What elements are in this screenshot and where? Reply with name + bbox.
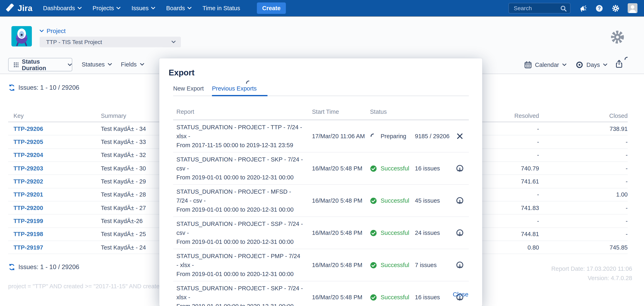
jira-logo-icon — [6, 3, 15, 13]
export-report-name: STATUS_DURATION - PROJECT - TTP - 7/24 -… — [173, 120, 312, 152]
chevron-down-icon — [116, 7, 120, 9]
column-header-closed[interactable]: Closed — [539, 112, 628, 119]
chevron-down-icon — [562, 64, 566, 66]
issue-closed-value: - — [539, 139, 628, 145]
download-export-button[interactable] — [456, 229, 464, 237]
column-header-report: Report — [173, 109, 312, 115]
chevron-down-icon — [603, 64, 607, 66]
status-duration-dropdown[interactable]: Status Duration — [8, 58, 72, 71]
nav-item-projects[interactable]: Projects — [92, 5, 120, 11]
download-export-button[interactable] — [456, 261, 464, 269]
nav-item-time-in-status[interactable]: Time in Status — [202, 5, 240, 11]
issue-key-link[interactable]: TTP-29202 — [8, 178, 101, 185]
check-circle-icon — [370, 197, 377, 204]
export-table-body: STATUS_DURATION - PROJECT - TTP - 7/24 -… — [173, 120, 469, 306]
issue-key-link[interactable]: TTP-29197 — [8, 244, 101, 251]
export-status: Preparing 9185 / 29206 — [370, 133, 451, 140]
chevron-down-icon — [78, 7, 82, 9]
download-export-button[interactable] — [456, 196, 464, 205]
issues-count-bottom: Issues: 1 - 10 / 29206 — [8, 263, 79, 271]
issue-key-link[interactable]: TTP-29206 — [8, 125, 101, 132]
cancel-export-button[interactable] — [456, 132, 464, 140]
issue-key-link[interactable]: TTP-29198 — [8, 231, 101, 238]
version-label: Version: 4.7.0.28 — [551, 274, 632, 283]
issue-key-link[interactable]: TTP-29199 — [8, 218, 101, 224]
fields-dropdown[interactable]: Fields — [121, 61, 144, 68]
issue-closed-value: - — [539, 231, 628, 238]
settings-gear-icon[interactable] — [612, 4, 620, 12]
report-date: Report Date: 17.03.2020 11:06 — [551, 264, 632, 274]
export-start-time: 16/Mar/20 5:48 PM — [312, 197, 370, 204]
export-button[interactable] — [615, 60, 623, 68]
issue-key-link[interactable]: TTP-29200 — [8, 204, 101, 211]
status-detail: 16 issues — [415, 165, 440, 172]
nav-right-group: ? — [508, 0, 638, 16]
export-start-time: 17/Mar/20 11:06 AM — [312, 133, 370, 140]
chevron-down-icon — [151, 7, 155, 9]
check-circle-icon — [370, 165, 377, 172]
status-detail: 16 issues — [415, 294, 440, 301]
nav-item-dashboards[interactable]: Dashboards — [43, 5, 82, 11]
issue-key-link[interactable]: TTP-29204 — [8, 152, 101, 158]
issue-closed-value: 738.91 — [539, 125, 628, 132]
share-export-icon — [615, 60, 623, 68]
issue-key-link[interactable]: TTP-29205 — [8, 139, 101, 145]
status-label: Preparing — [380, 133, 413, 140]
status-label: Successful — [380, 230, 413, 236]
issue-closed-value: - — [539, 204, 628, 211]
export-tabs: New Export Previous Exports — [173, 83, 469, 96]
days-dropdown[interactable]: Days — [576, 61, 607, 68]
export-report-name: STATUS_DURATION - PROJECT - SSP - 7/24 -… — [173, 217, 312, 249]
issue-key-link[interactable]: TTP-29203 — [8, 165, 101, 171]
status-detail: 9185 / 29206 — [415, 133, 450, 140]
column-header-start-time: Start Time — [312, 109, 370, 115]
issue-closed-value: - — [539, 152, 628, 158]
create-button[interactable]: Create — [257, 2, 286, 14]
check-circle-icon — [370, 262, 377, 269]
export-row: STATUS_DURATION - PROJECT - TTP - 7/24 -… — [173, 120, 469, 153]
chevron-down-icon — [140, 63, 144, 66]
jira-logo[interactable]: Jira — [6, 3, 32, 13]
export-status: Successful 7 issues — [370, 262, 451, 269]
statuses-dropdown[interactable]: Statuses — [82, 61, 112, 68]
refresh-icon[interactable] — [8, 263, 16, 271]
status-detail: 24 issues — [415, 230, 440, 236]
export-status: Successful 45 issues — [370, 197, 451, 204]
nav-item-issues[interactable]: Issues — [132, 5, 155, 11]
tab-new-export[interactable]: New Export — [173, 83, 204, 95]
nav-item-boards[interactable]: Boards — [166, 5, 192, 11]
export-status: Successful 16 issues — [370, 165, 451, 172]
column-header-key[interactable]: Key — [8, 112, 101, 119]
user-avatar[interactable] — [628, 3, 638, 13]
help-icon[interactable]: ? — [596, 4, 603, 12]
export-start-time: 16/Mar/20 5:48 PM — [312, 262, 370, 268]
check-circle-icon — [370, 294, 377, 301]
search-icon[interactable] — [560, 5, 567, 12]
project-select[interactable]: TTP - TIS Test Project — [40, 37, 181, 47]
report-settings-gear-icon[interactable] — [610, 30, 625, 44]
export-row: STATUS_DURATION - PROJECT - SSP - 7/24 -… — [173, 217, 469, 249]
issue-key-link[interactable]: TTP-29201 — [8, 191, 101, 198]
status-label: Successful — [380, 197, 413, 204]
download-export-button[interactable] — [456, 164, 464, 172]
check-circle-icon — [370, 229, 377, 236]
svg-text:?: ? — [598, 5, 601, 11]
announcements-icon[interactable] — [579, 4, 587, 12]
tab-previous-exports[interactable]: Previous Exports — [212, 83, 267, 96]
search-box — [508, 3, 570, 13]
status-label: Successful — [380, 262, 413, 268]
column-header-status: Status — [370, 109, 451, 115]
export-start-time: 16/Mar/20 5:48 PM — [312, 165, 370, 172]
calendar-dropdown[interactable]: Calendar — [524, 61, 566, 68]
calendar-icon — [524, 61, 532, 68]
previous-exports-table: Report Start Time Status STATUS_DURATION… — [173, 104, 469, 306]
project-breadcrumb-link[interactable]: Project — [40, 27, 66, 34]
close-modal-link[interactable]: Close — [453, 291, 468, 298]
project-avatar[interactable] — [12, 26, 32, 46]
export-row: STATUS_DURATION - PROJECT - SKP - 7/24 -… — [173, 153, 469, 185]
top-nav: Jira Dashboards Projects Issues Boards T… — [0, 0, 644, 16]
issues-count-top: Issues: 1 - 10 / 29206 — [8, 84, 79, 91]
export-start-time: 16/Mar/20 5:48 PM — [312, 230, 370, 236]
refresh-icon[interactable] — [8, 84, 16, 91]
chevron-down-icon — [108, 63, 112, 66]
